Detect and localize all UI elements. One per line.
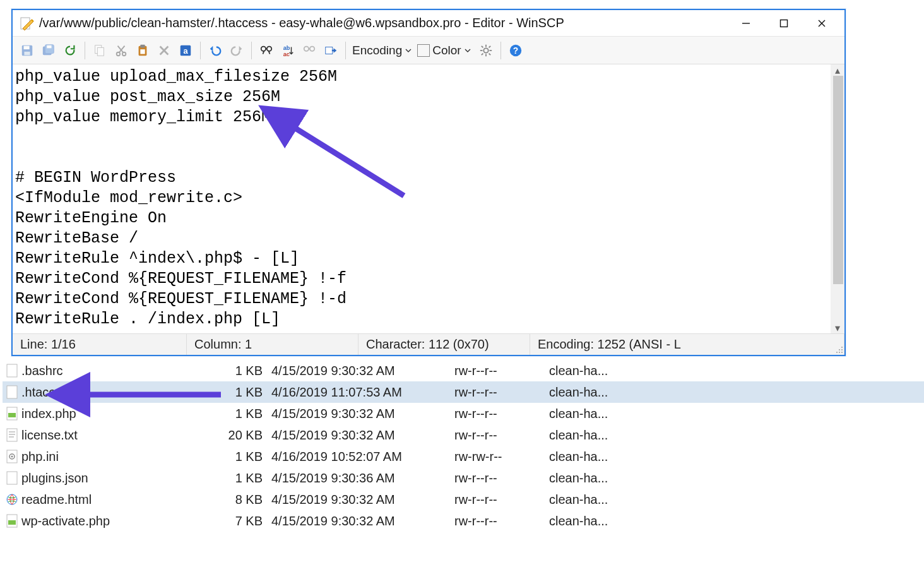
svg-point-46	[483, 48, 488, 52]
file-date: 4/15/2019 9:30:36 AM	[271, 471, 454, 486]
save-all-button[interactable]	[38, 40, 59, 61]
file-row[interactable]: license.txt20 KB4/15/2019 9:30:32 AMrw-r…	[3, 424, 924, 446]
file-type-icon	[6, 428, 18, 442]
svg-rect-4	[7, 429, 17, 441]
svg-text:ab: ab	[283, 45, 290, 51]
vertical-scrollbar[interactable]: ▴ ▾	[831, 64, 844, 333]
svg-rect-29	[97, 47, 104, 56]
file-row[interactable]: php.ini1 KB4/16/2019 10:52:07 AMrw-rw-r-…	[3, 446, 924, 467]
file-name: readme.html	[21, 492, 92, 507]
find-next-button[interactable]	[299, 40, 320, 61]
encoding-dropdown[interactable]	[405, 47, 412, 54]
file-type-icon	[6, 492, 18, 506]
close-button[interactable]	[803, 11, 841, 36]
file-row[interactable]: .htaccess1 KB4/16/2019 11:07:53 AMrw-r--…	[3, 381, 924, 403]
file-owner: clean-ha...	[549, 514, 644, 528]
file-owner: clean-ha...	[549, 364, 644, 378]
color-swatch[interactable]	[417, 44, 430, 57]
undo-button[interactable]	[204, 40, 226, 61]
maximize-button[interactable]	[765, 11, 803, 36]
separator	[251, 42, 252, 59]
svg-rect-19	[781, 20, 788, 27]
titlebar[interactable]: /var/www/public/clean-hamster/.htaccess …	[13, 10, 844, 37]
editor-text[interactable]: php_value upload_max_filesize 256M php_v…	[15, 67, 827, 330]
file-date: 4/15/2019 9:30:32 AM	[271, 407, 454, 421]
remote-file-list: .bashrc1 KB4/15/2019 9:30:32 AMrw-r--r--…	[3, 360, 924, 532]
file-date: 4/15/2019 9:30:32 AM	[271, 364, 454, 378]
file-permissions: rw-r--r--	[454, 492, 549, 507]
svg-point-40	[267, 46, 271, 51]
file-size: 7 KB	[215, 514, 271, 528]
file-name: .bashrc	[21, 364, 63, 378]
svg-point-61	[839, 352, 840, 353]
file-owner: clean-ha...	[549, 471, 644, 486]
color-label: Color	[430, 44, 463, 57]
goto-button[interactable]	[320, 40, 341, 61]
file-size: 1 KB	[215, 407, 271, 421]
svg-rect-0	[7, 364, 17, 377]
scroll-down-button[interactable]: ▾	[831, 322, 844, 333]
paste-button[interactable]	[132, 40, 153, 61]
file-name: plugins.json	[21, 471, 88, 486]
file-size: 1 KB	[215, 385, 271, 400]
editor-window: /var/www/public/clean-hamster/.htaccess …	[11, 9, 846, 356]
svg-point-60	[836, 352, 838, 353]
toolbar: a abac Encoding Color ?	[13, 37, 844, 64]
save-button[interactable]	[16, 40, 38, 61]
file-permissions: rw-r--r--	[454, 514, 549, 528]
svg-line-54	[481, 53, 483, 55]
scroll-up-button[interactable]: ▴	[831, 64, 844, 76]
file-row[interactable]: plugins.json1 KB4/15/2019 9:30:36 AMrw-r…	[3, 467, 924, 489]
file-owner: clean-ha...	[549, 492, 644, 507]
help-button[interactable]: ?	[505, 40, 526, 61]
app-icon	[19, 16, 34, 31]
file-type-icon	[6, 471, 18, 485]
scroll-thumb[interactable]	[833, 76, 843, 284]
svg-rect-24	[24, 51, 30, 55]
svg-rect-27	[47, 45, 51, 48]
file-type-icon	[6, 364, 18, 378]
copy-button[interactable]	[89, 40, 110, 61]
file-size: 1 KB	[215, 364, 271, 378]
file-owner: clean-ha...	[549, 450, 644, 464]
delete-button[interactable]	[153, 40, 175, 61]
select-all-button[interactable]: a	[175, 40, 196, 61]
file-date: 4/15/2019 9:30:32 AM	[271, 428, 454, 443]
color-dropdown[interactable]	[464, 47, 471, 54]
preferences-button[interactable]	[475, 40, 497, 61]
separator	[345, 42, 346, 59]
svg-point-59	[841, 349, 843, 350]
svg-point-57	[841, 347, 843, 348]
svg-rect-3	[8, 413, 16, 417]
svg-rect-33	[140, 44, 145, 47]
file-row[interactable]: .bashrc1 KB4/15/2019 9:30:32 AMrw-r--r--…	[3, 360, 924, 381]
file-row[interactable]: index.php1 KB4/15/2019 9:30:32 AMrw-r--r…	[3, 403, 924, 424]
cut-button[interactable]	[110, 40, 132, 61]
status-column: Column: 1	[187, 334, 358, 355]
replace-button[interactable]: abac	[277, 40, 299, 61]
svg-rect-23	[24, 45, 30, 49]
file-row[interactable]: readme.html8 KB4/15/2019 9:30:32 AMrw-r-…	[3, 489, 924, 510]
svg-text:?: ?	[512, 45, 518, 55]
file-date: 4/15/2019 9:30:32 AM	[271, 514, 454, 528]
file-type-icon	[6, 407, 18, 421]
separator	[85, 42, 85, 59]
redo-button[interactable]	[226, 40, 247, 61]
file-permissions: rw-r--r--	[454, 364, 549, 378]
status-character: Character: 112 (0x70)	[358, 334, 530, 355]
editor-area[interactable]: php_value upload_max_filesize 256M php_v…	[13, 64, 844, 333]
find-button[interactable]	[256, 40, 277, 61]
file-name: wp-activate.php	[21, 514, 110, 528]
window-title: /var/www/public/clean-hamster/.htaccess …	[39, 16, 727, 30]
file-size: 1 KB	[215, 450, 271, 464]
minimize-button[interactable]	[727, 11, 765, 36]
svg-rect-34	[140, 49, 145, 54]
file-date: 4/16/2019 10:52:07 AM	[271, 450, 454, 464]
status-encoding: Encoding: 1252 (ANSI - L	[530, 334, 844, 355]
svg-rect-11	[7, 472, 17, 484]
file-row[interactable]: wp-activate.php7 KB4/15/2019 9:30:32 AMr…	[3, 510, 924, 532]
file-permissions: rw-rw-r--	[454, 450, 549, 464]
reload-button[interactable]	[59, 40, 81, 61]
file-size: 1 KB	[215, 471, 271, 486]
resize-grip-icon[interactable]	[834, 345, 843, 354]
